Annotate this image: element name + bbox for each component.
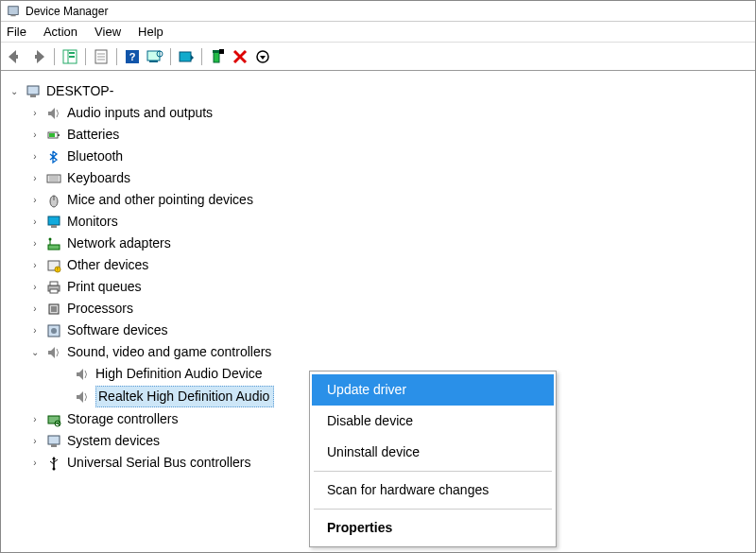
properties-page-icon[interactable] [92, 47, 111, 66]
uninstall-tb-icon[interactable] [208, 47, 227, 66]
svg-rect-0 [9, 6, 19, 14]
svg-rect-31 [49, 133, 55, 137]
svg-marker-28 [48, 108, 55, 119]
expander-icon[interactable]: › [29, 108, 41, 119]
cpu-icon [46, 302, 61, 317]
expander-icon[interactable]: › [29, 195, 41, 206]
expander-placeholder [58, 391, 69, 403]
menu-action[interactable]: Action [43, 25, 77, 39]
expander-icon[interactable]: ⌄ [29, 347, 41, 358]
expander-icon[interactable]: › [29, 458, 41, 469]
tree-category[interactable]: ›Bluetooth [9, 146, 747, 167]
svg-rect-39 [51, 225, 57, 228]
tree-category[interactable]: ›Processors [9, 298, 747, 320]
bluetooth-icon [46, 149, 61, 164]
svg-rect-27 [30, 95, 36, 97]
tree-category[interactable]: ›Batteries [9, 124, 747, 146]
expander-icon[interactable]: › [29, 173, 41, 184]
svg-point-62 [53, 467, 56, 470]
svg-rect-30 [58, 134, 60, 136]
tree-category-label: Sound, video and game controllers [67, 342, 271, 362]
expander-icon[interactable]: › [29, 303, 41, 315]
battery-icon [46, 128, 61, 143]
app-icon [7, 5, 20, 18]
svg-marker-55 [77, 391, 83, 403]
expander-icon[interactable]: › [29, 325, 41, 337]
svg-text:?: ? [129, 51, 136, 62]
menu-view[interactable]: View [94, 25, 121, 39]
expander-icon[interactable]: › [29, 260, 41, 271]
tree-root[interactable]: ⌄ DESKTOP- [9, 80, 747, 102]
tree-category[interactable]: ›!Other devices [9, 254, 747, 276]
tree-category-label: Print queues [67, 277, 142, 297]
svg-point-52 [51, 328, 57, 334]
system-icon [46, 434, 61, 449]
other-icon: ! [46, 258, 61, 273]
expander-icon[interactable]: ⌄ [9, 86, 20, 97]
context-menu-item[interactable]: Properties [312, 512, 554, 544]
svg-rect-20 [213, 50, 220, 53]
expander-icon[interactable]: › [29, 130, 41, 141]
svg-rect-40 [48, 245, 60, 250]
expander-icon[interactable]: › [29, 414, 41, 425]
toolbar-separator [170, 48, 171, 65]
update-driver-tb-icon[interactable] [177, 47, 196, 66]
svg-rect-50 [51, 306, 57, 312]
expander-icon[interactable]: › [29, 282, 41, 293]
toolbar: ? [1, 43, 755, 71]
expander-icon[interactable]: › [29, 436, 41, 447]
help-icon[interactable]: ? [123, 47, 142, 66]
svg-rect-59 [48, 436, 60, 444]
tree-category[interactable]: ›Software devices [9, 320, 747, 341]
svg-rect-38 [48, 216, 60, 225]
show-hide-tree-icon[interactable] [60, 47, 79, 66]
svg-rect-7 [69, 56, 75, 58]
usb-icon [46, 456, 61, 471]
context-menu: Update driverDisable deviceUninstall dev… [309, 371, 557, 547]
tree-category[interactable]: ›Mice and other pointing devices [9, 189, 747, 211]
expander-icon[interactable]: › [29, 238, 41, 250]
storage-icon [46, 412, 61, 427]
svg-marker-63 [52, 457, 56, 459]
keyboard-icon [46, 171, 61, 186]
context-menu-item[interactable]: Update driver [312, 374, 554, 406]
tree-category-label: Bluetooth [67, 147, 123, 166]
disable-tb-icon[interactable] [231, 47, 249, 66]
svg-marker-53 [48, 347, 55, 358]
svg-marker-25 [260, 56, 266, 60]
tree-category[interactable]: ›Monitors [9, 211, 747, 233]
expander-icon[interactable]: › [29, 216, 41, 228]
context-menu-separator [314, 471, 552, 472]
toolbar-separator [54, 48, 55, 65]
arrow-circle-icon[interactable] [253, 47, 272, 66]
tree-category[interactable]: ⌄Sound, video and game controllers [9, 341, 747, 363]
context-menu-item[interactable]: Disable device [312, 406, 554, 437]
context-menu-item[interactable]: Scan for hardware changes [312, 475, 554, 506]
mouse-icon [46, 193, 61, 208]
menu-file[interactable]: File [7, 25, 26, 39]
tree-category[interactable]: ›Print queues [9, 276, 747, 298]
forward-icon[interactable] [29, 47, 48, 66]
tree-category-label: Other devices [67, 255, 148, 275]
network-icon [46, 236, 61, 251]
software-icon [46, 323, 61, 338]
expander-icon[interactable]: › [29, 151, 41, 163]
menu-help[interactable]: Help [138, 25, 163, 39]
scan-hardware-icon[interactable] [146, 47, 164, 66]
tree-category-label: Audio inputs and outputs [67, 103, 213, 123]
tree-category[interactable]: ›Keyboards [9, 167, 747, 189]
device-tree[interactable]: ⌄ DESKTOP- ›Audio inputs and outputs›Bat… [1, 71, 755, 552]
tree-category[interactable]: ›Audio inputs and outputs [9, 102, 747, 124]
back-icon[interactable] [7, 47, 26, 66]
svg-marker-54 [77, 369, 83, 380]
tree-root-label: DESKTOP- [46, 81, 113, 101]
svg-rect-26 [27, 86, 39, 95]
context-menu-item[interactable]: Uninstall device [312, 437, 554, 468]
toolbar-separator [85, 48, 86, 65]
svg-rect-47 [50, 282, 58, 285]
tree-category-label: Batteries [67, 125, 119, 145]
tree-category-label: Universal Serial Bus controllers [67, 453, 251, 473]
tree-category[interactable]: ›Network adapters [9, 233, 747, 254]
tree-category-label: Storage controllers [67, 409, 179, 429]
menu-bar: File Action View Help [1, 22, 755, 43]
